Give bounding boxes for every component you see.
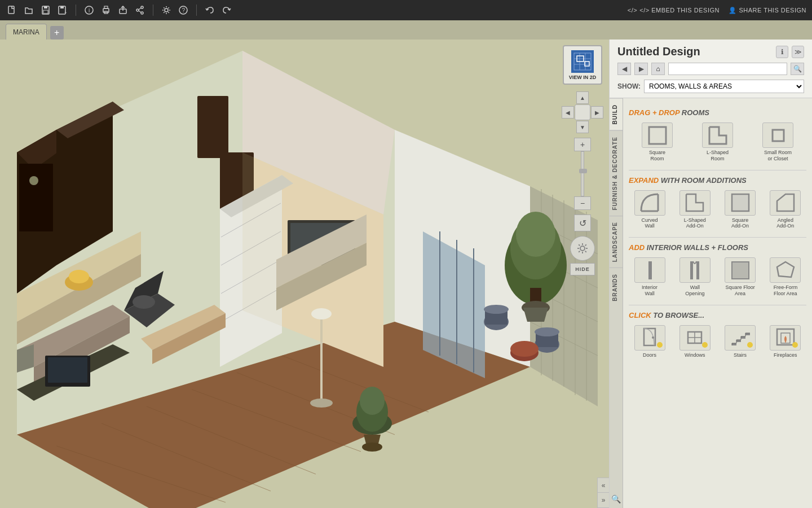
export-icon[interactable] <box>117 4 129 16</box>
svg-point-81 <box>516 212 555 257</box>
square-room-item[interactable]: SquareRoom <box>629 122 686 162</box>
svg-rect-121 <box>732 262 749 279</box>
zoom-in-button[interactable]: + <box>574 138 591 151</box>
nav-left-button[interactable]: ◀ <box>562 106 574 119</box>
show-select[interactable]: ROOMS, WALLS & AREAS <box>644 80 804 93</box>
embed-button[interactable]: </> </> EMBED THIS DESIGN <box>628 7 720 14</box>
svg-point-124 <box>652 336 654 339</box>
title-expand-button[interactable]: ≫ <box>792 46 804 58</box>
reset-view-button[interactable]: ↺ <box>574 214 591 231</box>
hide-button[interactable]: HIDE <box>570 263 595 275</box>
small-room-icon <box>762 122 793 148</box>
sq-addon-item[interactable]: SquareAdd-On <box>720 190 761 230</box>
design-canvas[interactable]: VIEW IN 2D ▲ ◀ ▶ ▼ + − ↺ <box>0 40 609 508</box>
tab-marina[interactable]: MARINA <box>6 24 47 40</box>
new-file-icon[interactable] <box>6 4 18 16</box>
vtab-landscape[interactable]: LANDSCAPE <box>610 216 623 268</box>
sidebar-body: BUILD FURNISH & DECORATE LANDSCAPE BRAND… <box>610 98 812 508</box>
expand-rest: WITH ROOM ADDITIONS <box>659 176 747 185</box>
canvas-settings-button[interactable] <box>570 236 595 261</box>
share-button[interactable]: 👤 SHARE THIS DESIGN <box>729 7 806 14</box>
square-room-icon <box>642 122 673 148</box>
svg-point-15 <box>136 9 139 11</box>
home-button[interactable]: ⌂ <box>651 63 665 75</box>
interior-wall-item[interactable]: InteriorWall <box>629 257 670 297</box>
l-addon-item[interactable]: L-ShapedAdd-On <box>674 190 716 230</box>
doors-item[interactable]: Doors <box>629 325 670 358</box>
settings-icon[interactable] <box>160 4 173 16</box>
svg-rect-34 <box>197 96 228 158</box>
l-addon-icon <box>679 190 710 216</box>
zoom-out-button[interactable]: − <box>574 196 591 210</box>
title-row: Untitled Design ℹ ≫ <box>617 45 804 58</box>
freeform-item[interactable]: Free-FormFloor Area <box>765 257 806 297</box>
svg-rect-112 <box>649 127 666 144</box>
help-icon[interactable]: ? <box>177 4 189 16</box>
zoom-slider[interactable] <box>581 151 584 196</box>
fireplaces-item[interactable]: Fireplaces <box>765 325 806 358</box>
collapse-up-button[interactable]: « <box>598 478 609 493</box>
angled-addon-item[interactable]: AngledAdd-On <box>765 190 806 230</box>
l-shaped-room-item[interactable]: L-ShapedRoom <box>689 122 746 162</box>
svg-rect-130 <box>741 336 745 339</box>
forward-button[interactable]: ▶ <box>634 63 648 75</box>
vtab-furnish[interactable]: FURNISH & DECORATE <box>610 130 623 216</box>
small-room-item[interactable]: Small Roomor Closet <box>749 122 806 162</box>
angled-addon-icon <box>770 190 801 216</box>
drag-drop-rest: ROOMS <box>679 108 709 117</box>
share-small-icon[interactable] <box>134 4 146 16</box>
title-info-button[interactable]: ℹ <box>776 46 788 58</box>
info-icon[interactable]: i <box>83 4 95 16</box>
svg-rect-3 <box>43 10 48 14</box>
save-icon[interactable] <box>39 4 52 16</box>
sep3 <box>196 5 197 16</box>
vtab-brands[interactable]: BRANDS <box>610 268 623 307</box>
square-room-label: SquareRoom <box>649 150 665 162</box>
sep1 <box>76 5 76 16</box>
svg-rect-129 <box>736 340 741 342</box>
browse-rest: TO BROWSE... <box>651 311 704 319</box>
nav-up-button[interactable]: ▲ <box>576 91 589 104</box>
curved-wall-item[interactable]: CurvedWall <box>629 190 670 230</box>
svg-rect-119 <box>690 261 693 279</box>
svg-marker-122 <box>777 262 794 277</box>
view-2d-button[interactable]: VIEW IN 2D <box>563 45 602 85</box>
wall-opening-item[interactable]: WallOpening <box>674 257 716 297</box>
back-button[interactable]: ◀ <box>617 63 631 75</box>
stairs-dot <box>747 342 753 348</box>
sidebar-search-input[interactable] <box>668 63 787 75</box>
view-2d-label: VIEW IN 2D <box>569 75 597 80</box>
stairs-item[interactable]: Stairs <box>720 325 761 358</box>
nav-down-button[interactable]: ▼ <box>576 121 589 133</box>
blueprint-icon <box>571 50 594 73</box>
vtab-search[interactable]: 🔍 <box>610 490 623 508</box>
svg-marker-84 <box>523 308 548 322</box>
drag-drop-section-header: DRAG + DROP ROOMS <box>629 108 806 117</box>
svg-point-100 <box>362 443 382 452</box>
svg-point-111 <box>580 246 585 251</box>
sidebar-search-button[interactable]: 🔍 <box>791 63 804 75</box>
l-shaped-room-label: L-ShapedRoom <box>707 150 729 162</box>
curved-wall-label: CurvedWall <box>642 217 658 230</box>
nav-right-button[interactable]: ▶ <box>591 106 603 119</box>
freeform-label: Free-FormFloor Area <box>774 284 798 297</box>
zoom-handle[interactable] <box>579 169 587 173</box>
interior-grid: InteriorWall WallOpening <box>629 257 806 297</box>
collapse-down-button[interactable]: » <box>598 493 609 507</box>
save-as-icon[interactable]: + <box>56 4 69 16</box>
l-shaped-room-icon <box>702 122 733 148</box>
undo-icon[interactable] <box>204 4 216 16</box>
svg-line-17 <box>139 11 141 12</box>
interior-section-header: ADD INTERIOR WALLS + FLOORS <box>629 243 806 252</box>
add-tab-button[interactable]: + <box>50 26 64 40</box>
print-icon[interactable] <box>100 4 112 16</box>
sq-floor-item[interactable]: Square FloorArea <box>720 257 761 297</box>
sq-addon-label: SquareAdd-On <box>731 217 749 230</box>
vtab-build[interactable]: BUILD <box>610 98 623 130</box>
open-file-icon[interactable] <box>23 4 35 16</box>
right-sidebar: Untitled Design ℹ ≫ ◀ ▶ ⌂ 🔍 SHOW: ROOMS,… <box>609 40 812 508</box>
redo-icon[interactable] <box>220 4 233 16</box>
windows-item[interactable]: Windows <box>674 325 716 358</box>
svg-point-13 <box>141 6 143 8</box>
freeform-icon <box>770 257 801 283</box>
